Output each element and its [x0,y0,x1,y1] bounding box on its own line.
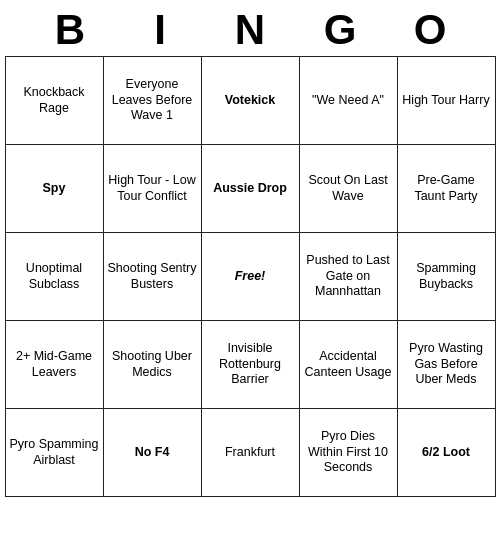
letter-i: I [115,6,205,54]
cell-r3-c0[interactable]: 2+ Mid-Game Leavers [5,321,103,409]
cell-r1-c2[interactable]: Aussie Drop [201,145,299,233]
cell-r2-c0[interactable]: Unoptimal Subclass [5,233,103,321]
cell-r1-c0[interactable]: Spy [5,145,103,233]
cell-r4-c4[interactable]: 6/2 Loot [397,409,495,497]
cell-r3-c4[interactable]: Pyro Wasting Gas Before Uber Meds [397,321,495,409]
cell-r2-c1[interactable]: Shooting Sentry Busters [103,233,201,321]
cell-r3-c2[interactable]: Invisible Rottenburg Barrier [201,321,299,409]
cell-r3-c1[interactable]: Shooting Uber Medics [103,321,201,409]
cell-r2-c2[interactable]: Free! [201,233,299,321]
cell-r1-c1[interactable]: High Tour - Low Tour Conflict [103,145,201,233]
cell-r2-c4[interactable]: Spamming Buybacks [397,233,495,321]
letter-n: N [205,6,295,54]
cell-r0-c3[interactable]: "We Need A" [299,57,397,145]
letter-b: B [25,6,115,54]
cell-r1-c4[interactable]: Pre-Game Taunt Party [397,145,495,233]
cell-r1-c3[interactable]: Scout On Last Wave [299,145,397,233]
cell-r0-c0[interactable]: Knockback Rage [5,57,103,145]
cell-r4-c0[interactable]: Pyro Spamming Airblast [5,409,103,497]
cell-r0-c2[interactable]: Votekick [201,57,299,145]
letter-g: G [295,6,385,54]
cell-r0-c1[interactable]: Everyone Leaves Before Wave 1 [103,57,201,145]
cell-r4-c2[interactable]: Frankfurt [201,409,299,497]
cell-r3-c3[interactable]: Accidental Canteen Usage [299,321,397,409]
cell-r2-c3[interactable]: Pushed to Last Gate on Mannhattan [299,233,397,321]
bingo-title: B I N G O [0,0,500,56]
cell-r4-c1[interactable]: No F4 [103,409,201,497]
letter-o: O [385,6,475,54]
cell-r4-c3[interactable]: Pyro Dies Within First 10 Seconds [299,409,397,497]
bingo-grid: Knockback RageEveryone Leaves Before Wav… [5,56,496,497]
cell-r0-c4[interactable]: High Tour Harry [397,57,495,145]
